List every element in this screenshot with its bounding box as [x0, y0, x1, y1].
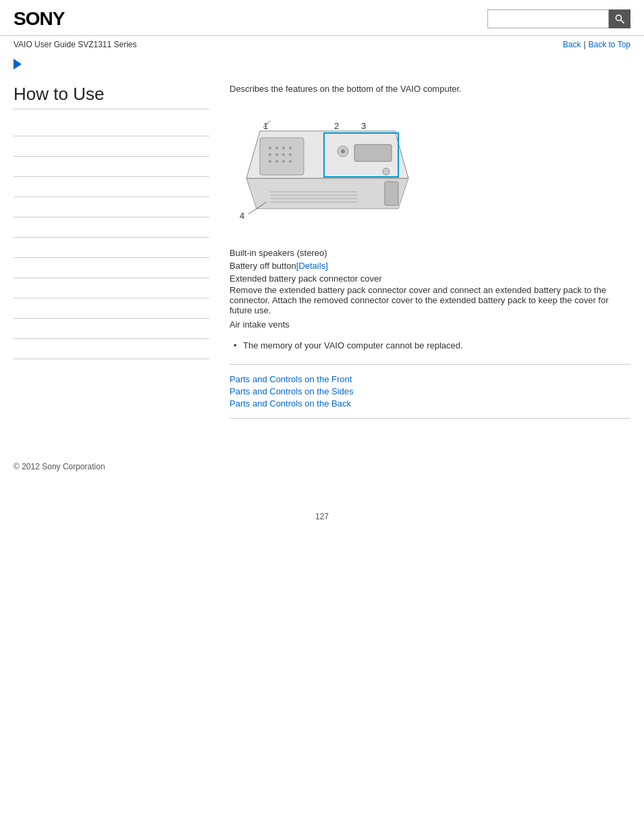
svg-text:1: 1 [263, 121, 268, 131]
expand-section[interactable] [0, 53, 644, 77]
sidebar-title: How to Use [14, 84, 209, 109]
copyright: © 2012 Sony Corporation [14, 462, 105, 471]
divider-top [230, 364, 630, 365]
part-label-4: Air intake vents [230, 319, 290, 330]
svg-rect-17 [260, 138, 304, 175]
note-section: The memory of your VAIO computer cannot … [230, 340, 630, 350]
sidebar-item-12[interactable] [14, 339, 209, 359]
nav-separator: | [583, 40, 585, 49]
part-item-3: Extended battery pack connector cover Re… [230, 273, 630, 315]
nav-bar: VAIO User Guide SVZ1311 Series Back | Ba… [0, 36, 644, 53]
sidebar-item-2[interactable] [14, 136, 209, 157]
related-link-back[interactable]: Parts and Controls on the Back [230, 398, 630, 409]
sidebar-item-8[interactable] [14, 258, 209, 278]
part-item-1: Built-in speakers (stereo) [230, 248, 630, 258]
sidebar-item-9[interactable] [14, 278, 209, 298]
svg-marker-2 [246, 178, 408, 209]
related-link-sides[interactable]: Parts and Controls on the Sides [230, 386, 630, 396]
back-to-top-link[interactable]: Back to Top [589, 40, 630, 49]
note-item-1: The memory of your VAIO computer cannot … [230, 340, 630, 350]
part-extended-3: Remove the extended battery pack connect… [230, 285, 630, 315]
sidebar-item-6[interactable] [14, 217, 209, 238]
page-number: 127 [0, 512, 644, 535]
parts-list: Built-in speakers (stereo) Battery off b… [230, 248, 630, 330]
related-link-front[interactable]: Parts and Controls on the Front [230, 374, 630, 384]
part-label-2: Battery off button [230, 261, 296, 271]
svg-point-19 [275, 147, 278, 149]
back-link[interactable]: Back [563, 40, 581, 49]
part-label-1: Built-in speakers (stereo) [230, 248, 327, 258]
sidebar-item-5[interactable] [14, 197, 209, 217]
search-area [487, 9, 630, 28]
part-item-2: Battery off button[Details] [230, 261, 630, 271]
expand-arrow-icon [14, 59, 22, 70]
related-links: Parts and Controls on the Front Parts an… [230, 374, 630, 409]
content-description: Describes the features on the bottom of … [230, 84, 630, 94]
divider-bottom [230, 418, 630, 419]
svg-point-20 [282, 147, 285, 149]
svg-point-25 [289, 153, 292, 156]
svg-rect-30 [385, 182, 398, 205]
sidebar-item-1[interactable] [14, 116, 209, 136]
sidebar-item-10[interactable] [14, 298, 209, 319]
sidebar-item-7[interactable] [14, 238, 209, 258]
sidebar-item-4[interactable] [14, 177, 209, 197]
content-area: Describes the features on the bottom of … [223, 77, 630, 428]
part-label-3: Extended battery pack connector cover [230, 273, 630, 284]
svg-line-1 [621, 20, 624, 24]
sidebar-item-3[interactable] [14, 157, 209, 177]
svg-point-23 [275, 153, 278, 156]
svg-point-28 [282, 160, 285, 163]
svg-point-9 [341, 149, 345, 153]
sidebar: How to Use [14, 77, 223, 428]
search-button[interactable] [609, 9, 630, 28]
main-layout: How to Use Describes the features on the… [0, 77, 644, 428]
svg-point-22 [269, 153, 271, 156]
svg-point-11 [383, 168, 390, 175]
bottom-diagram: 1 2 3 4 [230, 107, 412, 232]
part-item-4: Air intake vents [230, 319, 630, 330]
svg-point-26 [269, 160, 271, 163]
sidebar-item-11[interactable] [14, 319, 209, 339]
svg-point-21 [289, 147, 292, 149]
header: SONY [0, 0, 644, 36]
svg-rect-10 [354, 145, 392, 161]
search-icon [614, 14, 625, 24]
guide-title: VAIO User Guide SVZ1311 Series [14, 40, 137, 49]
search-input[interactable] [487, 9, 609, 28]
svg-point-29 [289, 160, 292, 163]
nav-links: Back | Back to Top [563, 40, 630, 49]
details-link-2[interactable]: [Details] [296, 261, 328, 271]
svg-text:4: 4 [240, 211, 244, 221]
footer: © 2012 Sony Corporation [0, 448, 644, 485]
svg-point-24 [282, 153, 285, 156]
svg-text:3: 3 [361, 121, 366, 131]
svg-point-18 [269, 147, 271, 149]
sony-logo: SONY [14, 8, 64, 30]
svg-text:2: 2 [334, 121, 339, 131]
svg-point-27 [275, 160, 278, 163]
diagram-container: 1 2 3 4 [230, 107, 630, 234]
svg-point-0 [616, 15, 621, 20]
